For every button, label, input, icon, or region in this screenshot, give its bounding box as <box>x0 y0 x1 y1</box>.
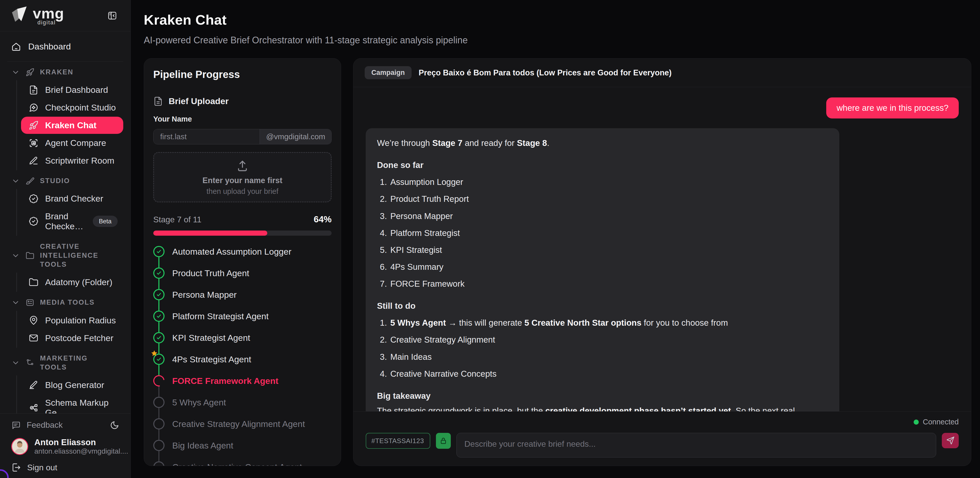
sign-out-button[interactable]: Sign out <box>11 463 119 472</box>
check-circle-icon <box>153 268 164 279</box>
chat-header: Campaign Preço Baixo é Bom Para todos (L… <box>353 59 971 87</box>
sidebar-divider <box>7 61 123 62</box>
composer: Connected <box>353 411 971 466</box>
agent-name: Big Ideas Agent <box>172 441 233 451</box>
sign-out-icon <box>11 463 21 472</box>
sidebar-item-label: Blog Generator <box>45 380 104 390</box>
agent-name: Platform Strategist Agent <box>172 311 269 321</box>
sidebar-section-studio: STUDIO Brand Checker Brand Checke… Beta <box>0 173 130 236</box>
agent-status-marker <box>153 268 164 279</box>
sidebar-item-blog-generator[interactable]: Blog Generator <box>21 376 123 394</box>
sidebar-item-checkpoint-studio[interactable]: Checkpoint Studio <box>21 99 123 116</box>
page-title: Kraken Chat <box>144 12 971 28</box>
chevron-down-icon <box>11 68 20 76</box>
brief-upload-dropzone[interactable]: Enter your name first then upload your b… <box>153 152 332 202</box>
avatar <box>11 438 28 455</box>
chevron-down-icon <box>11 251 20 260</box>
sidebar-item-label: Brand Checker <box>45 194 103 204</box>
section-label: STUDIO <box>40 177 70 185</box>
sidebar: vmg digital Dashboard KRAKE <box>0 0 131 478</box>
agent-name: Automated Assumption Logger <box>172 247 291 257</box>
message-list[interactable]: where are we in this process? We’re thro… <box>353 87 971 411</box>
sidebar-item-label: Agent Compare <box>45 138 106 148</box>
connection-status: Connected <box>366 418 959 426</box>
sidebar-item-postcode-fetcher[interactable]: Postcode Fetcher <box>21 330 123 347</box>
section-header-creative-intelligence-tools[interactable]: CREATIVE INTELLIGENCE TOOLS <box>0 239 130 272</box>
sidebar-item-dashboard[interactable]: Dashboard <box>0 35 130 58</box>
sidebar-item-label: Checkpoint Studio <box>45 103 116 113</box>
section-header-marketing-tools[interactable]: MARKETING TOOLS <box>0 350 130 375</box>
agent-step-5-whys-agent: 5 Whys Agent <box>153 397 332 408</box>
sidebar-collapse-button[interactable] <box>105 9 119 22</box>
sidebar-item-scriptwriter-room[interactable]: Scriptwriter Room <box>21 152 123 169</box>
section-header-media-tools[interactable]: MEDIA TOOLS <box>0 295 130 311</box>
assistant-list-item: Persona Mapper <box>389 210 828 223</box>
sidebar-item-label: Schema Markup Ge… <box>45 398 118 413</box>
assistant-list-item: 4Ps Summary <box>389 260 828 274</box>
assistant-message-bubble: We’re through Stage 7 and ready for Stag… <box>366 128 839 411</box>
campaign-title: Preço Baixo é Bom Para todos (Low Prices… <box>419 68 672 77</box>
email-domain-suffix: @vmgdigital.com <box>259 129 331 144</box>
sidebar-section-media-tools: MEDIA TOOLS Population Radius Postcode F… <box>0 295 130 347</box>
sidebar-footer: Feedback Anton Eliasson anton.eliasson@v… <box>0 413 130 478</box>
section-label: KRAKEN <box>40 68 73 76</box>
pending-circle-icon <box>153 397 164 408</box>
sidebar-item-schema-markup-ge[interactable]: Schema Markup Ge… <box>21 394 123 413</box>
panel-collapse-icon <box>107 11 117 21</box>
sidebar-item-label: Brief Dashboard <box>45 85 108 95</box>
agent-step-platform-strategist-agent: Platform Strategist Agent <box>153 311 332 322</box>
sidebar-item-label: Population Radius <box>45 315 116 325</box>
section-label: MARKETING TOOLS <box>40 354 117 372</box>
assistant-paragraph: We’re through Stage 7 and ready for Stag… <box>377 136 828 150</box>
agent-name: Creative Strategy Alignment Agent <box>172 419 305 429</box>
agent-connector <box>158 300 159 311</box>
section-header-studio[interactable]: STUDIO <box>0 173 130 189</box>
stage-row: Stage 7 of 11 64% <box>153 214 332 225</box>
sidebar-item-adatomy-folder[interactable]: Adatomy (Folder) <box>21 274 123 291</box>
agent-name: FORCE Framework Agent <box>172 376 278 386</box>
assistant-list-item: Assumption Logger <box>389 175 828 189</box>
dark-mode-toggle[interactable] <box>110 421 119 430</box>
pending-circle-icon <box>153 418 164 430</box>
sidebar-item-population-radius[interactable]: Population Radius <box>21 312 123 329</box>
sidebar-item-brand-checker[interactable]: Brand Checker <box>21 190 123 207</box>
sidebar-item-brief-dashboard[interactable]: Brief Dashboard <box>21 81 123 99</box>
check-circle-icon <box>153 332 164 343</box>
section-header-kraken[interactable]: KRAKEN <box>0 64 130 80</box>
chat-message-input[interactable] <box>457 433 936 457</box>
agent-connector <box>158 365 159 375</box>
sidebar-item-kraken-chat[interactable]: Kraken Chat <box>21 117 123 134</box>
agent-connector <box>158 257 159 268</box>
badge-check-icon <box>29 217 38 226</box>
agent-name: Persona Mapper <box>172 290 237 300</box>
assistant-heading: Done so far <box>377 158 828 172</box>
agent-step-kpi-strategist-agent: KPI Strategist Agent <box>153 332 332 343</box>
user-profile[interactable]: Anton Eliasson anton.eliasson@vmgdigital… <box>11 438 119 456</box>
agent-status-marker <box>153 397 164 408</box>
check-circle-icon <box>153 289 164 300</box>
star-icon <box>150 349 158 359</box>
lock-button[interactable] <box>436 433 451 449</box>
user-email: anton.eliasson@vmgdigital.... <box>34 447 128 455</box>
sidebar-feedback-button[interactable]: Feedback <box>11 420 119 430</box>
sidebar-item-brand-checke[interactable]: Brand Checke… Beta <box>21 208 123 235</box>
section-items: Population Radius Postcode Fetcher <box>16 311 130 348</box>
agent-list: Automated Assumption Logger Product Trut… <box>153 246 332 466</box>
name-input[interactable] <box>154 129 259 144</box>
assistant-heading: Big takeaway <box>377 389 828 403</box>
session-tag-input[interactable] <box>366 433 430 449</box>
name-field: @vmgdigital.com <box>153 129 332 144</box>
sidebar-item-agent-compare[interactable]: Agent Compare <box>21 134 123 151</box>
assistant-list-item: Product Truth Report <box>389 192 828 206</box>
assistant-list-item: Creative Narrative Concepts <box>389 367 828 381</box>
brief-uploader-heading: Brief Uploader <box>153 96 332 106</box>
upload-hint-line1: Enter your name first <box>202 176 282 185</box>
sidebar-section-creative-intelligence-tools: CREATIVE INTELLIGENCE TOOLS Adatomy (Fol… <box>0 239 130 292</box>
agent-connector <box>158 343 159 354</box>
ai-icon <box>29 138 38 148</box>
assistant-list-item: Main Ideas <box>389 350 828 363</box>
assistant-list: 5 Whys Agent → this will generate 5 Crea… <box>377 316 828 381</box>
chat-gear-icon <box>29 103 38 113</box>
send-button[interactable] <box>942 433 959 448</box>
page-subtitle: AI-powered Creative Brief Orchestrator w… <box>144 35 971 46</box>
